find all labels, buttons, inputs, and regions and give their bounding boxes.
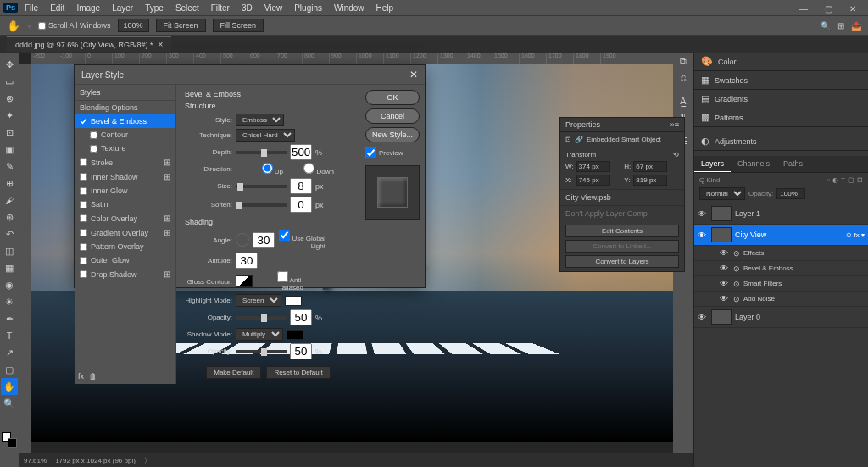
eyedropper-tool[interactable]: ✎: [1, 158, 18, 175]
tab-channels[interactable]: Channels: [731, 156, 776, 172]
maximize-icon[interactable]: ▢: [820, 3, 837, 15]
brush-tool[interactable]: 🖌: [1, 192, 18, 208]
menu-file[interactable]: File: [19, 2, 43, 14]
height-input[interactable]: [633, 161, 667, 172]
style-pattern-overlay[interactable]: Pattern Overlay: [75, 240, 175, 253]
menu-view[interactable]: View: [259, 2, 288, 14]
blending-options[interactable]: Blending Options: [75, 101, 175, 114]
style-color-overlay[interactable]: Color Overlay⊞: [75, 211, 175, 225]
dodge-tool[interactable]: ☀: [1, 293, 18, 310]
gloss-contour[interactable]: [236, 275, 253, 287]
color-panel[interactable]: 🎨Color: [694, 53, 868, 71]
minimize-icon[interactable]: —: [794, 3, 813, 15]
frame-tool[interactable]: ▣: [1, 141, 18, 158]
style-outer-glow[interactable]: Outer Glow: [75, 253, 175, 267]
fit-screen-button[interactable]: Fit Screen: [156, 19, 206, 32]
layer-item[interactable]: 👁Layer 0: [694, 307, 868, 328]
gradient-tool[interactable]: ▦: [1, 259, 18, 276]
filter-smart-icon[interactable]: ⊡: [857, 176, 863, 184]
make-default-button[interactable]: Make Default: [206, 366, 261, 379]
document-tab[interactable]: dddd.jpg @ 97.6% (City View, RGB/8#) * ×: [7, 36, 171, 52]
tab-close-icon[interactable]: ×: [159, 40, 164, 49]
scroll-all-checkbox[interactable]: Scroll All Windows: [38, 21, 111, 30]
type-tool[interactable]: T: [1, 327, 18, 344]
style-inner-glow[interactable]: Inner Glow: [75, 184, 175, 197]
dir-up[interactable]: Up: [236, 163, 283, 175]
menu-layer[interactable]: Layer: [107, 2, 138, 14]
edit-contents-button[interactable]: Edit Contents: [565, 225, 679, 237]
visibility-icon[interactable]: 👁: [698, 209, 708, 219]
x-input[interactable]: [576, 175, 610, 186]
style-gradient-overlay[interactable]: Gradient Overlay⊞: [75, 225, 175, 240]
history-tool[interactable]: ↶: [1, 225, 18, 242]
menu-plugins[interactable]: Plugins: [289, 2, 327, 14]
size-input[interactable]: [290, 178, 312, 194]
convert-layers-button[interactable]: Convert to Layers: [565, 255, 679, 268]
soften-input[interactable]: [290, 197, 312, 213]
status-arrow-icon[interactable]: 〉: [144, 456, 151, 465]
antialiased-checkbox[interactable]: [277, 271, 288, 282]
move-tool[interactable]: ✥: [1, 56, 18, 73]
layer-item[interactable]: 👁City View⊙ fx ▾: [694, 225, 868, 246]
angle-input[interactable]: [253, 232, 275, 248]
blur-tool[interactable]: ◉: [1, 276, 18, 293]
highlight-mode-select[interactable]: Screen: [236, 294, 281, 307]
style-stroke[interactable]: Stroke⊞: [75, 155, 175, 170]
y-input[interactable]: [633, 175, 667, 186]
blend-mode-select[interactable]: Normal: [699, 187, 745, 200]
crop-tool[interactable]: ⊡: [1, 124, 18, 141]
reset-icon[interactable]: ⟲: [673, 151, 679, 158]
adjustments-panel[interactable]: ◐Adjustments: [694, 132, 868, 151]
menu-help[interactable]: Help: [371, 2, 399, 14]
sh-opacity-input[interactable]: [290, 343, 312, 359]
menu-edit[interactable]: Edit: [45, 2, 70, 14]
history-icon[interactable]: ⧉: [680, 56, 687, 67]
wand-tool[interactable]: ✦: [1, 107, 18, 124]
edit-toolbar[interactable]: ⋯: [1, 412, 18, 429]
color-swatches[interactable]: [2, 432, 17, 448]
depth-input[interactable]: [290, 144, 312, 160]
filter-adjust-icon[interactable]: ◐: [832, 176, 838, 184]
layer-filter-item[interactable]: 👁⊙Add Noise: [694, 292, 868, 307]
zoom-tool[interactable]: 🔍: [1, 395, 18, 412]
heal-tool[interactable]: ⊕: [1, 175, 18, 192]
filter-pixel-icon[interactable]: ▫: [827, 176, 830, 184]
style-drop-shadow[interactable]: Drop Shadow⊞: [75, 267, 175, 281]
brushes-icon[interactable]: ⎌: [681, 72, 687, 82]
layer-comp[interactable]: Don't Apply Layer Comp: [565, 209, 648, 218]
marquee-tool[interactable]: ▭: [1, 73, 18, 90]
shadow-mode-select[interactable]: Multiply: [236, 328, 283, 341]
props-menu-icon[interactable]: »≡: [670, 120, 679, 129]
gradients-panel[interactable]: ▤Gradients: [694, 90, 868, 108]
fill-screen-button[interactable]: Fill Screen: [213, 19, 264, 32]
menu-3d[interactable]: 3D: [236, 2, 258, 14]
style-contour[interactable]: Contour: [75, 128, 175, 142]
style-bevel[interactable]: Bevel & Emboss: [75, 114, 175, 128]
global-light-checkbox[interactable]: [279, 230, 290, 241]
shape-tool[interactable]: ▢: [1, 361, 18, 378]
lasso-tool[interactable]: ⊗: [1, 90, 18, 107]
hl-opacity-input[interactable]: [290, 309, 312, 325]
hand-tool-icon[interactable]: ✋: [7, 19, 20, 32]
search-icon[interactable]: 🔍: [821, 21, 831, 31]
ok-button[interactable]: OK: [365, 90, 420, 105]
new-style-button[interactable]: New Style...: [365, 127, 420, 142]
technique-select[interactable]: Chisel Hard: [236, 129, 295, 142]
width-input[interactable]: [576, 161, 610, 172]
size-slider[interactable]: [236, 185, 287, 188]
pen-tool[interactable]: ✒: [1, 310, 18, 327]
stamp-tool[interactable]: ⊛: [1, 208, 18, 225]
visibility-icon[interactable]: 👁: [698, 313, 708, 322]
tab-layers[interactable]: Layers: [694, 156, 731, 172]
menu-image[interactable]: Image: [71, 2, 105, 14]
preview-checkbox[interactable]: [365, 147, 376, 158]
patterns-panel[interactable]: ▩Patterns: [694, 108, 868, 127]
style-select[interactable]: Emboss: [236, 114, 284, 126]
close-icon[interactable]: ✕: [844, 3, 861, 15]
filter-type-icon[interactable]: T: [841, 176, 845, 184]
hand-tool[interactable]: ✋: [1, 378, 18, 395]
menu-filter[interactable]: Filter: [206, 2, 235, 14]
dir-down[interactable]: Down: [287, 163, 334, 175]
style-texture[interactable]: Texture: [75, 142, 175, 155]
opacity-input[interactable]: [776, 188, 805, 199]
